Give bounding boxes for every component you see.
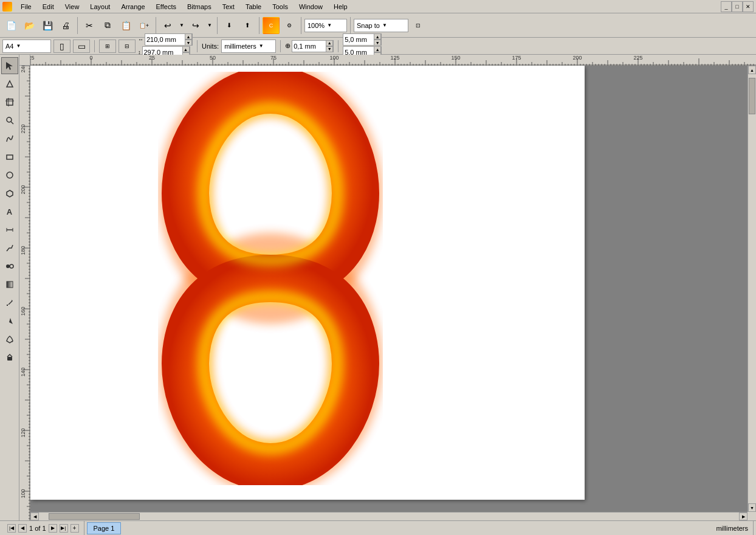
open-button[interactable]: 📂: [21, 17, 38, 34]
redo-dropdown[interactable]: ▼: [205, 17, 214, 34]
svg-marker-1: [7, 81, 13, 87]
menu-edit[interactable]: Edit: [38, 2, 59, 12]
tb-sep-6: [350, 17, 351, 34]
menu-layout[interactable]: Layout: [85, 2, 115, 12]
margin-x-container: ▲ ▼: [343, 33, 382, 46]
height-up[interactable]: ▲: [182, 46, 190, 52]
width-down[interactable]: ▼: [185, 40, 192, 46]
export-button[interactable]: ⬆: [239, 17, 256, 34]
prev-page-button[interactable]: ◀: [18, 524, 27, 533]
zoom-dropdown[interactable]: 100% ▼: [304, 19, 347, 32]
page-tools-btn1[interactable]: ⊞: [99, 40, 116, 53]
options-button[interactable]: ⚙: [281, 17, 298, 34]
menu-text[interactable]: Text: [218, 2, 239, 12]
maximize-button[interactable]: □: [732, 1, 743, 12]
menu-view[interactable]: View: [60, 2, 84, 12]
menu-file[interactable]: File: [16, 2, 36, 12]
save-button[interactable]: 💾: [39, 17, 56, 34]
nudge-input[interactable]: [292, 43, 326, 50]
fill-tool-button[interactable]: [1, 331, 18, 348]
landscape-button[interactable]: ▭: [73, 40, 90, 53]
paste-button[interactable]: 📋: [117, 17, 134, 34]
text-tool-button[interactable]: A: [1, 203, 18, 220]
vertical-scroll-handle[interactable]: [749, 78, 755, 114]
margin-y-up[interactable]: ▲: [374, 46, 381, 52]
svg-point-14: [10, 264, 13, 268]
menu-window[interactable]: Window: [294, 2, 328, 12]
snap-options-button[interactable]: ⊡: [410, 17, 427, 34]
add-page-button[interactable]: +: [70, 524, 79, 533]
units-dropdown[interactable]: millimeters ▼: [221, 40, 276, 53]
ellipse-tool-button[interactable]: [1, 167, 18, 184]
cut-button[interactable]: ✂: [81, 17, 98, 34]
rectangle-tool-button[interactable]: [1, 148, 18, 165]
next-page-button[interactable]: ▶: [49, 524, 57, 533]
redo-button[interactable]: ↪: [187, 17, 204, 34]
ruler-unit-section: millimeters: [711, 521, 754, 535]
minimize-button[interactable]: _: [721, 1, 732, 12]
transparency-tool-button[interactable]: [1, 276, 18, 293]
menu-table[interactable]: Table: [241, 2, 266, 12]
scroll-right-button[interactable]: ▶: [739, 513, 747, 520]
connector-tool-button[interactable]: [1, 240, 18, 257]
undo-dropdown[interactable]: ▼: [177, 17, 186, 34]
polygon-tool-button[interactable]: [1, 185, 18, 202]
nudge-group: ⊕ ▲ ▼: [285, 40, 334, 52]
menu-arrange[interactable]: Arrange: [116, 2, 149, 12]
print-button[interactable]: 🖨: [57, 17, 74, 34]
scroll-corner: [747, 512, 756, 520]
snap-dropdown[interactable]: Snap to ▼: [354, 19, 408, 32]
tb-sep-4: [259, 17, 259, 34]
zoom-dropdown-arrow: ▼: [327, 22, 332, 28]
import-button[interactable]: ⬇: [221, 17, 238, 34]
menu-bitmaps[interactable]: Bitmaps: [182, 2, 216, 12]
copy-button[interactable]: ⧉: [99, 17, 116, 34]
nudge-down[interactable]: ▼: [326, 46, 333, 52]
horizontal-scrollbar[interactable]: ◀ ▶: [30, 512, 747, 520]
scroll-left-button[interactable]: ◀: [30, 513, 39, 520]
page-size-dropdown[interactable]: A4 ▼: [2, 40, 51, 53]
first-page-button[interactable]: |◀: [7, 524, 16, 533]
tb-sep-3: [217, 17, 218, 34]
shape-tool-button[interactable]: [1, 75, 18, 92]
horizontal-scroll-handle[interactable]: [49, 513, 140, 520]
page-tab-section: Page 1: [84, 522, 124, 534]
menu-tools[interactable]: Tools: [267, 2, 293, 12]
paste-special-button[interactable]: 📋+: [136, 17, 153, 34]
margin-x-down[interactable]: ▼: [374, 40, 381, 46]
portrait-button[interactable]: ▯: [53, 40, 70, 53]
scroll-resize-grip: [749, 289, 755, 291]
corel-connect[interactable]: C: [263, 17, 280, 34]
scroll-up-button[interactable]: ▲: [748, 66, 756, 74]
undo-button[interactable]: ↩: [159, 17, 176, 34]
select-tool-button[interactable]: [1, 57, 18, 74]
ruler-corner: [19, 55, 30, 66]
page-tools-btn2[interactable]: ⊟: [119, 40, 136, 53]
margin-x-up[interactable]: ▲: [374, 33, 381, 40]
margin-x-input[interactable]: [343, 36, 374, 43]
ruler-unit-label: millimeters: [716, 525, 748, 532]
dimension-tool-button[interactable]: [1, 221, 18, 238]
width-input[interactable]: 210,0 mm: [145, 36, 185, 43]
vertical-scrollbar[interactable]: ▲ ▼: [747, 66, 756, 512]
width-up[interactable]: ▲: [185, 33, 192, 40]
svg-rect-16: [7, 357, 12, 361]
eyedropper-tool-button[interactable]: [1, 294, 18, 311]
freehand-tool-button[interactable]: [1, 130, 18, 147]
outline-tool-button[interactable]: [1, 312, 18, 330]
blend-tool-button[interactable]: [1, 258, 18, 275]
smear-tool-button[interactable]: [1, 94, 18, 111]
menu-effects[interactable]: Effects: [151, 2, 181, 12]
zoom-tool-button[interactable]: [1, 112, 18, 129]
nudge-up[interactable]: ▲: [326, 40, 333, 46]
close-button[interactable]: ✕: [743, 1, 754, 12]
bucket-tool-button[interactable]: [1, 349, 18, 366]
scroll-down-button[interactable]: ▼: [748, 503, 756, 512]
page-1-tab[interactable]: Page 1: [87, 522, 122, 534]
canvas-area[interactable]: ▲ ▼ ◀ ▶: [19, 55, 756, 520]
new-button[interactable]: 📄: [2, 17, 19, 34]
last-page-button[interactable]: ▶|: [60, 524, 68, 533]
menu-help[interactable]: Help: [329, 2, 352, 12]
page-canvas[interactable]: [30, 66, 585, 500]
nudge-input-container: ▲ ▼: [292, 40, 334, 52]
